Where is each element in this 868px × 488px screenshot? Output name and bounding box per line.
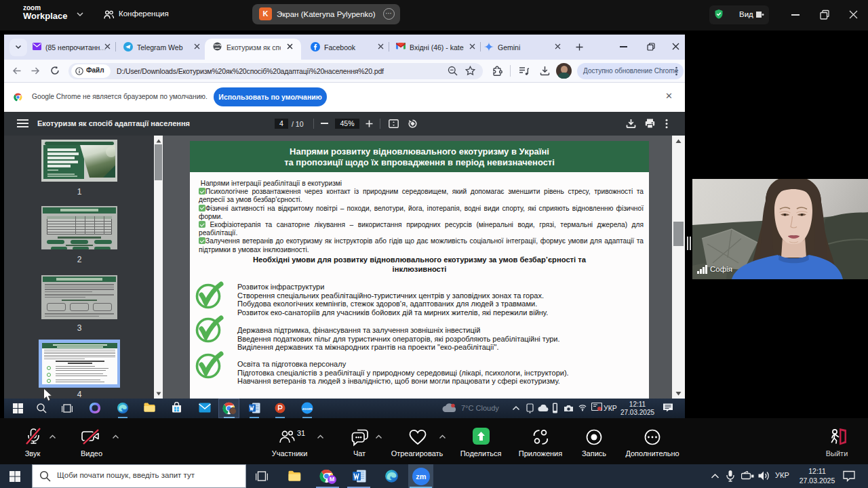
svg-text:zoom: zoom	[302, 407, 312, 411]
